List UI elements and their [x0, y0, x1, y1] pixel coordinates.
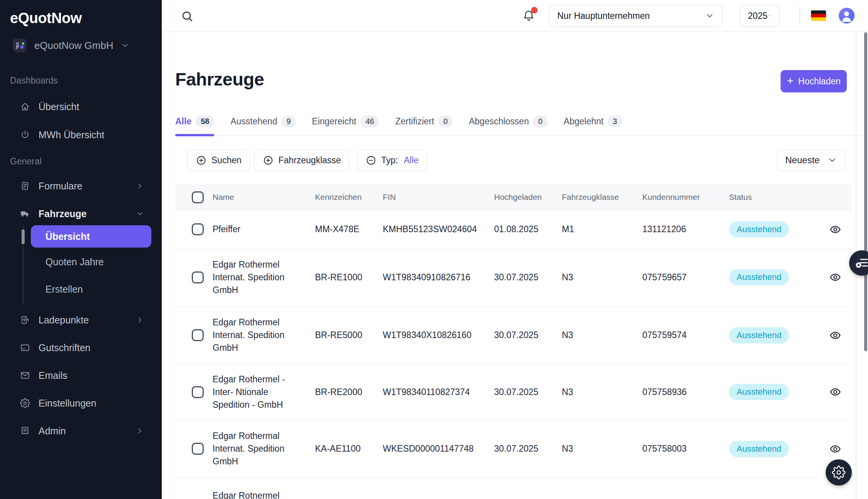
- chevron-down-icon: [767, 12, 771, 20]
- status-tabs: Alle 58 Ausstehend 9 Eingereicht 46 Zert…: [175, 116, 865, 136]
- sidebar-item-ladepunkte[interactable]: Ladepunkte: [0, 306, 162, 334]
- gear-icon: [832, 466, 846, 479]
- column-header-name: Name: [213, 193, 315, 202]
- tab-abgelehnt[interactable]: Abgelehnt 3: [564, 116, 622, 127]
- vertical-scrollbar[interactable]: [864, 32, 867, 351]
- cell-fahrzeugklasse: N3: [562, 330, 642, 340]
- company-switcher[interactable]: eQuotNow GmbH: [13, 39, 129, 52]
- submenu-scroll-indicator[interactable]: [22, 229, 25, 244]
- sidebar-item-label: Ladepunkte: [39, 315, 89, 326]
- table-header-row: Name Kennzeichen FIN Hochgeladen Fahrzeu…: [175, 184, 851, 210]
- cell-kundennummer: 075758936: [642, 387, 729, 397]
- sidebar-item-fahrzeuge[interactable]: Fahrzeuge: [0, 200, 162, 228]
- plus-circle-icon: [263, 155, 273, 166]
- row-checkbox[interactable]: [192, 386, 204, 398]
- cell-fahrzeugklasse: N3: [562, 272, 642, 283]
- tab-count-badge: 0: [533, 116, 547, 127]
- settings-float-button[interactable]: [826, 459, 852, 486]
- cell-hochgeladen: 30.07.2025: [494, 387, 562, 397]
- person-icon: [839, 8, 855, 23]
- company-scope-select[interactable]: Nur Hauptunternehmen: [549, 5, 722, 27]
- upload-button-label: Hochladen: [798, 76, 841, 87]
- cell-fin: W1T98340X10826160: [383, 330, 494, 340]
- eye-icon: [828, 271, 843, 283]
- user-avatar[interactable]: [839, 8, 855, 23]
- sort-select[interactable]: Neueste: [777, 149, 845, 171]
- tab-label: Abgelehnt: [564, 116, 604, 127]
- view-row-button[interactable]: [828, 224, 843, 235]
- sidebar-item-einstellungen[interactable]: Einstellungen: [0, 389, 162, 417]
- cell-fin: WKESD000001147748: [383, 444, 494, 454]
- filter-label: Fahrzeugklasse: [278, 155, 341, 166]
- view-row-button[interactable]: [828, 443, 843, 455]
- chevron-down-icon: [136, 209, 144, 218]
- column-header-fahrzeugklasse: Fahrzeugklasse: [562, 193, 642, 202]
- eye-icon: [828, 330, 843, 341]
- sidebar-item-uebersicht[interactable]: Übersicht: [0, 93, 162, 121]
- upload-button[interactable]: + Hochladen: [781, 70, 847, 92]
- row-checkbox[interactable]: [192, 329, 204, 341]
- sidebar-subitem-quoten-jahre[interactable]: Quoten Jahre: [31, 251, 151, 273]
- cell-kennzeichen: BR-RE1000: [315, 272, 383, 283]
- column-header-status: Status: [729, 193, 828, 202]
- sidebar-item-label: Formulare: [39, 181, 82, 192]
- plus-icon: +: [787, 75, 794, 87]
- cell-name: Edgar Rotnermel: [213, 489, 299, 499]
- row-checkbox[interactable]: [192, 223, 204, 235]
- german-flag-icon[interactable]: [811, 10, 826, 21]
- cell-kennzeichen: KA-AE1100: [315, 444, 383, 454]
- tab-count-badge: 3: [608, 116, 622, 127]
- sidebar-subitem-erstellen[interactable]: Erstellen: [31, 278, 151, 300]
- sidebar-item-mwh-uebersicht[interactable]: MWh Übersicht: [0, 121, 162, 149]
- fahrzeugklasse-filter-button[interactable]: Fahrzeugklasse: [254, 149, 350, 171]
- cell-kundennummer: 075758003: [642, 444, 729, 454]
- plus-circle-icon: [196, 155, 206, 166]
- sidebar-subitem-uebersicht[interactable]: Übersicht: [31, 225, 151, 248]
- view-row-button[interactable]: [828, 271, 843, 283]
- table-row: Edgar Rothermal Internat. Spedition GmbH…: [175, 420, 851, 477]
- page-title: Fahrzeuge: [175, 69, 264, 90]
- company-avatar: [13, 39, 27, 52]
- search-icon[interactable]: [181, 10, 193, 22]
- table-row: Edgar Rothermel Internat. Spedition GmbH…: [175, 248, 851, 306]
- cell-kundennummer: 075759657: [642, 272, 729, 283]
- chevron-down-icon: [121, 41, 129, 50]
- tab-label: Zertifiziert: [395, 116, 434, 127]
- sidebar-item-emails[interactable]: Emails: [0, 362, 162, 389]
- status-badge: Ausstehend: [729, 221, 789, 238]
- sidebar: eQuotNow eQuotNow GmbH Dashboards Übersi…: [0, 0, 162, 499]
- cell-name: Edgar Rothermal Internat. Spedition GmbH: [213, 430, 299, 468]
- typ-filter-button[interactable]: Typ: Alle: [357, 149, 427, 171]
- tab-ausstehend[interactable]: Ausstehend 9: [230, 116, 296, 127]
- cell-name: Edgar Rothermel Internat. Spedition GmbH: [213, 316, 299, 354]
- year-select[interactable]: 2025: [740, 5, 779, 27]
- sidebar-item-gutschriften[interactable]: Gutschriften: [0, 334, 162, 362]
- tab-count-badge: 9: [282, 116, 296, 127]
- select-all-checkbox[interactable]: [192, 191, 204, 203]
- eye-icon: [828, 443, 843, 455]
- search-filter-button[interactable]: Suchen: [187, 149, 250, 171]
- cell-kennzeichen: BR-RE2000: [315, 387, 383, 397]
- sidebar-item-formulare[interactable]: Formulare: [0, 172, 162, 200]
- tab-zertifiziert[interactable]: Zertifiziert 0: [395, 116, 452, 127]
- tab-alle[interactable]: Alle 58: [175, 116, 214, 127]
- view-row-button[interactable]: [828, 330, 843, 341]
- sidebar-item-label: Übersicht: [39, 101, 79, 112]
- tab-eingereicht[interactable]: Eingereicht 46: [312, 116, 379, 127]
- form-document-icon: [20, 181, 31, 192]
- sidebar-item-admin[interactable]: Admin: [0, 417, 162, 445]
- tab-abgeschlossen[interactable]: Abgeschlossen 0: [469, 116, 547, 127]
- year-value: 2025: [748, 11, 767, 21]
- notifications-button[interactable]: [522, 8, 537, 24]
- tab-label: Alle: [175, 116, 191, 127]
- sidebar-item-label: Einstellungen: [39, 398, 96, 409]
- row-checkbox[interactable]: [192, 443, 204, 455]
- tab-count-badge: 0: [438, 116, 452, 127]
- view-row-button[interactable]: [828, 386, 843, 398]
- row-checkbox[interactable]: [192, 271, 204, 283]
- cell-kennzeichen: BR-RE5000: [315, 330, 383, 340]
- sidebar-item-label: Emails: [39, 370, 67, 381]
- cell-hochgeladen: 30.07.2025: [494, 444, 562, 454]
- column-header-hochgeladen: Hochgeladen: [494, 193, 562, 202]
- sort-value: Neueste: [785, 155, 819, 166]
